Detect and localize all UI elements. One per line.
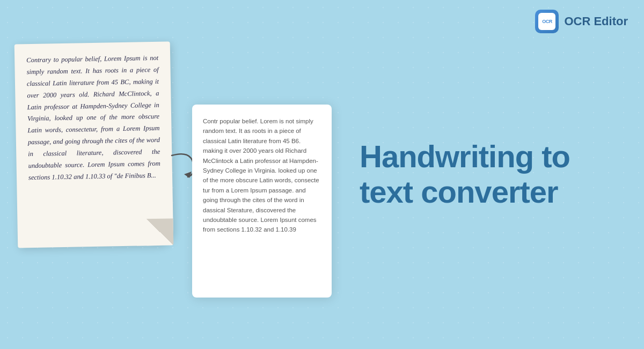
- handwritten-document: Contrary to popular belief, Lorem Ipsum …: [14, 41, 174, 248]
- header: OCR OCR Editor: [535, 10, 628, 33]
- handwritten-text: Contrary to popular belief, Lorem Ipsum …: [26, 53, 160, 184]
- main-heading-container: Handwriting to text converter: [360, 139, 612, 210]
- app-logo: OCR: [535, 10, 559, 33]
- logo-label: OCR: [542, 19, 552, 24]
- heading-line1: Handwriting to: [360, 139, 570, 174]
- ocr-output-card: Contr popular belief. Lorem is not simpl…: [192, 105, 332, 298]
- ocr-output-text: Contr popular belief. Lorem is not simpl…: [203, 116, 321, 235]
- app-title: OCR Editor: [564, 14, 628, 28]
- main-heading: Handwriting to text converter: [360, 139, 612, 210]
- heading-line2: text converter: [360, 175, 558, 210]
